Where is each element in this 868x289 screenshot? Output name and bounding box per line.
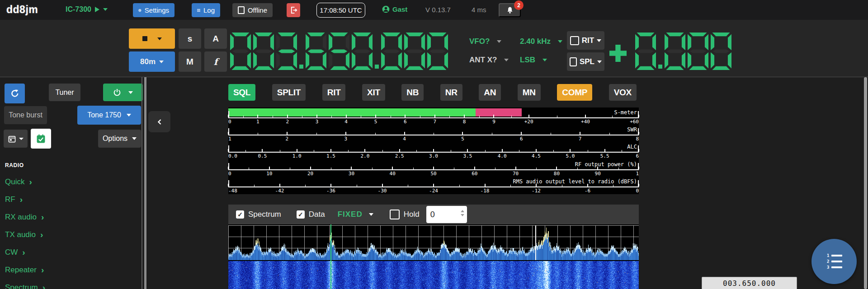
meter-tick	[382, 184, 383, 186]
sidebar-link-label: Spectrum	[5, 283, 38, 289]
sidebar-link-spectrum[interactable]: Spectrum›	[0, 279, 136, 289]
vfo-selector[interactable]: VFO?	[469, 37, 501, 46]
meter-tick-label: 5	[461, 136, 464, 142]
seg-dot	[658, 65, 662, 69]
meter-tick	[521, 132, 522, 135]
tuner-label: Tuner	[55, 89, 74, 97]
stepper-icons[interactable]	[461, 210, 464, 216]
tone-burst-button[interactable]: Tone burst	[4, 106, 47, 124]
rit-toggle-button[interactable]: RIT	[567, 31, 604, 50]
meter-tick-label: 3	[344, 136, 347, 142]
antenna-selector[interactable]: ANT X?	[469, 56, 509, 65]
sidebar-link-quick[interactable]: Quick›	[0, 173, 136, 191]
meter-rf-output-power: RF output power (%)01020304050607080901	[228, 159, 639, 177]
mem-m-label: M	[186, 57, 193, 67]
notifications-button[interactable]: 2	[499, 3, 521, 17]
mem-f-label: f	[214, 56, 218, 67]
spectrum-checkbox[interactable]: ✓	[236, 210, 244, 219]
tuner-button[interactable]: Tuner	[49, 84, 80, 101]
spl-toggle-button[interactable]: SPL	[567, 52, 604, 71]
tone-select-button[interactable]: Tone 1750	[77, 106, 141, 125]
seg-digit	[230, 33, 251, 70]
power-button[interactable]	[103, 84, 143, 101]
spectrum-mode-selector[interactable]: FIXED	[338, 210, 373, 219]
meter-tick	[638, 149, 639, 152]
rig-selector[interactable]: IC-7300	[66, 5, 108, 14]
hold-checkbox[interactable]	[390, 210, 400, 219]
mem-a-label: A	[212, 34, 219, 44]
meter-minor-tick	[413, 168, 414, 169]
dsp-button-nb[interactable]: NB	[401, 84, 424, 101]
options-button[interactable]: Options	[98, 130, 141, 148]
rit-label: RIT	[582, 36, 594, 45]
mem-f-button[interactable]: f	[204, 51, 227, 72]
mem-s-button[interactable]: s	[179, 28, 201, 49]
spectrum-waterfall-canvas[interactable]	[228, 224, 639, 289]
meter-tick	[330, 184, 331, 186]
page-scrollbar[interactable]	[864, 77, 867, 289]
stop-dropdown-button[interactable]	[129, 28, 175, 49]
dsp-button-rit[interactable]: RIT	[322, 84, 346, 101]
data-checkbox[interactable]: ✓	[297, 210, 305, 219]
dsp-button-xit[interactable]: XIT	[362, 84, 385, 101]
mem-m-button[interactable]: M	[179, 51, 201, 72]
refresh-button[interactable]	[5, 84, 25, 103]
meter-tick	[485, 184, 486, 186]
sidebar-link-tx-audio[interactable]: TX audio›	[0, 226, 136, 243]
spinner-down-icon[interactable]	[461, 214, 464, 216]
sidebar-link-repeater[interactable]: Repeater›	[0, 261, 136, 279]
data-checkbox-label: Data	[309, 210, 325, 219]
main-frequency-display	[230, 33, 448, 70]
schedule-active-button[interactable]	[31, 129, 51, 149]
dsp-button-sql[interactable]: SQL	[228, 84, 255, 101]
meter-tick-label: 0	[228, 119, 231, 125]
meter-minor-tick	[618, 168, 619, 169]
meter-tick	[269, 167, 270, 169]
meter-tick-label: -30	[378, 188, 387, 194]
spinner-up-icon[interactable]	[461, 210, 464, 212]
chevron-right-icon: ›	[41, 266, 44, 274]
dsp-button-nr[interactable]: NR	[440, 84, 462, 101]
meter-tick	[580, 132, 580, 135]
filter-selector[interactable]: 2.40 kHz	[520, 37, 562, 46]
meter-minor-tick	[249, 168, 249, 169]
dsp-button-comp[interactable]: COMP	[557, 84, 592, 101]
settings-button[interactable]: Settings	[133, 3, 175, 17]
sidebar-link-rx-audio[interactable]: RX audio›	[0, 208, 136, 226]
meter-tick	[399, 149, 400, 152]
numbered-list-row: 2	[826, 260, 842, 263]
band-select-button[interactable]: 80m	[129, 51, 175, 72]
meter-minor-tick	[245, 150, 246, 152]
log-button[interactable]: Log	[192, 3, 220, 17]
logout-button[interactable]	[287, 3, 300, 17]
sidebar-link-rf[interactable]: RF›	[0, 191, 136, 208]
sidebar-scrollbar[interactable]	[144, 77, 146, 289]
meter-tick-label: 4.5	[532, 153, 541, 159]
dsp-button-an[interactable]: AN	[479, 84, 501, 101]
meter-minor-tick	[302, 116, 302, 117]
sidebar-link-label: RF	[5, 195, 15, 204]
log-list-fab[interactable]: 123	[811, 239, 857, 284]
dsp-button-split[interactable]: SPLIT	[272, 84, 306, 101]
meter-s-meter: S-meter0123456789+20+40+60	[228, 107, 639, 125]
dsp-button-mn[interactable]: MN	[518, 84, 541, 101]
meter-tick-label: -42	[275, 188, 284, 194]
meter-axis-line	[228, 135, 639, 135]
caret-down-icon	[369, 213, 373, 216]
mem-a-button[interactable]: A	[204, 28, 227, 49]
meter-tick	[364, 149, 365, 152]
meter-tick-label: 2.0	[360, 153, 369, 159]
meter-panel: S-meter0123456789+20+40+60SWR12345678ALC…	[228, 107, 639, 194]
band-label: 80m	[140, 57, 156, 66]
sidebar-link-cw[interactable]: CW›	[0, 243, 136, 261]
mode-selector[interactable]: LSB	[520, 56, 547, 65]
caret-down-icon	[504, 59, 509, 61]
sidebar-collapse-button[interactable]	[148, 111, 170, 132]
schedule-dropdown-button[interactable]	[4, 130, 28, 148]
offline-toggle-button[interactable]: Offline	[232, 3, 273, 17]
dsp-button-vox[interactable]: VOX	[609, 84, 637, 101]
meter-swr: SWR12345678	[228, 125, 639, 142]
meter-tick-label: 1	[228, 136, 231, 142]
seg-digit	[352, 33, 373, 70]
meter-minor-tick	[551, 133, 551, 135]
